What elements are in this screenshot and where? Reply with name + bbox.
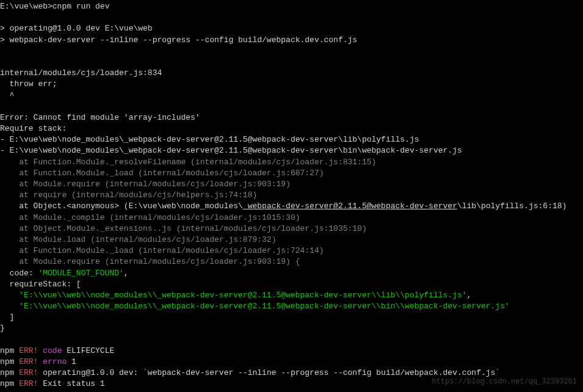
loader-line: internal/modules/cjs/loader.js:834 [0, 68, 583, 79]
blank [0, 12, 583, 23]
stack-trace: at Module._compile (internal/modules/cjs… [0, 212, 583, 223]
stack-path: - E:\vue\web\node_modules\_webpack-dev-s… [0, 134, 583, 145]
script-line: > webpack-dev-server --inline --progress… [0, 35, 583, 46]
require-stack-line: Require stack: [0, 123, 583, 134]
stack-trace: at Function.Module._load (internal/modul… [0, 245, 583, 256]
blank [0, 101, 583, 112]
require-stack-close: ] [0, 312, 583, 323]
brace-close: } [0, 323, 583, 334]
stack-path: - E:\vue\web\node_modules\_webpack-dev-s… [0, 145, 583, 156]
stack-trace: at Module.require (internal/modules/cjs/… [0, 179, 583, 190]
script-line: > operating@1.0.0 dev E:\vue\web [0, 23, 583, 34]
blank [0, 335, 583, 346]
blank [0, 57, 583, 68]
npm-err-line: npm ERR! [0, 390, 583, 392]
loader-line: throw err; [0, 79, 583, 90]
stack-trace: at Module.require (internal/modules/cjs/… [0, 256, 583, 267]
stack-trace: at require (internal/modules/cjs/helpers… [0, 190, 583, 201]
blank [0, 46, 583, 57]
code-line: code: 'MODULE_NOT_FOUND', [0, 268, 583, 279]
stack-trace: at Object.Module._extensions..js (intern… [0, 223, 583, 234]
terminal-output[interactable]: E:\vue\web>cnpm run dev > operating@1.0.… [0, 1, 583, 392]
stack-trace-highlighted: at Object.<anonymous> (E:\vue\web\node_m… [0, 201, 583, 212]
npm-err-line: npm ERR! code ELIFECYCLE [0, 346, 583, 357]
prompt-line: E:\vue\web>cnpm run dev [0, 1, 583, 12]
stack-trace: at Function.Module._load (internal/modul… [0, 168, 583, 179]
stack-trace: at Function.Module._resolveFilename (int… [0, 157, 583, 168]
loader-line: ^ [0, 90, 583, 101]
error-line: Error: Cannot find module 'array-include… [0, 112, 583, 123]
watermark: https://blog.csdn.net/qq_32393261 [432, 377, 577, 387]
require-stack-open: requireStack: [ [0, 279, 583, 290]
require-stack-item: 'E:\\vue\\web\\node_modules\\_webpack-de… [0, 301, 583, 312]
stack-trace: at Module.load (internal/modules/cjs/loa… [0, 234, 583, 245]
require-stack-item: 'E:\\vue\\web\\node_modules\\_webpack-de… [0, 290, 583, 301]
npm-err-line: npm ERR! errno 1 [0, 357, 583, 368]
